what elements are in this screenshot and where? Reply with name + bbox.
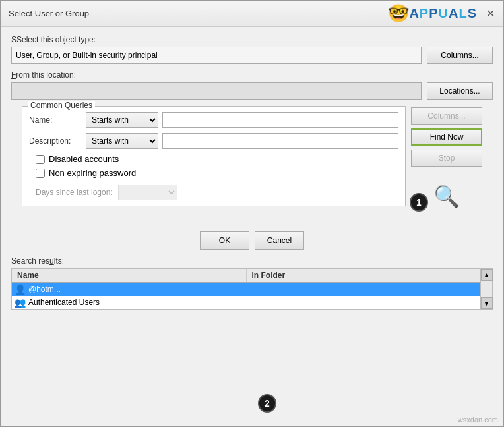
object-type-group: SSelect this object type: Columns... xyxy=(11,35,493,64)
locations-button[interactable]: Locations... xyxy=(427,82,493,100)
dialog-title: Select User or Group xyxy=(9,9,89,18)
location-group: From this location: Locations... xyxy=(11,71,493,100)
table-row[interactable]: 👤 @hotm... xyxy=(12,283,480,296)
results-table: Name In Folder 👤 @hotm... 👥 Authenticate… xyxy=(12,269,480,309)
close-button[interactable]: ✕ xyxy=(482,6,498,22)
scroll-up-button[interactable]: ▲ xyxy=(481,269,493,281)
group-icon: 👥 xyxy=(15,297,26,308)
object-type-input[interactable] xyxy=(11,47,422,64)
days-select[interactable] xyxy=(118,185,177,200)
search-results-label: Search results: xyxy=(11,256,493,266)
description-query-input[interactable] xyxy=(162,133,398,149)
days-label: Days since last logon: xyxy=(36,188,113,197)
badge-1: 1 xyxy=(410,193,428,212)
disabled-accounts-label: Disabled accounts xyxy=(49,154,119,164)
columns-button[interactable]: Columns... xyxy=(411,107,482,125)
location-input[interactable] xyxy=(11,82,422,100)
row-name-2: Authenticated Users xyxy=(28,298,253,307)
common-queries-box: Common Queries Name: Starts with Is exac… xyxy=(22,106,406,206)
folder-column-header: In Folder xyxy=(247,269,481,282)
name-query-label: Name: xyxy=(29,115,82,125)
disabled-accounts-row: Disabled accounts xyxy=(36,154,398,164)
location-row: Locations... xyxy=(11,82,493,100)
find-now-button[interactable]: Find Now xyxy=(411,128,482,146)
object-type-label: SSelect this object type: xyxy=(11,35,493,44)
non-expiring-row: Non expiring password xyxy=(36,168,398,178)
search-icon: 🔍 xyxy=(433,184,460,209)
object-types-button[interactable]: Columns... xyxy=(427,47,493,64)
title-bar-left: Select User or Group xyxy=(9,9,89,18)
ok-cancel-row: OK Cancel xyxy=(1,231,503,250)
badge-2: 2 xyxy=(258,394,276,413)
search-results-section: Search results: Name In Folder 👤 @hotm..… xyxy=(1,256,503,310)
non-expiring-label: Non expiring password xyxy=(49,168,136,178)
table-row[interactable]: 👥 Authenticated Users xyxy=(12,296,480,309)
location-label: From this location: xyxy=(11,71,493,80)
disabled-accounts-checkbox[interactable] xyxy=(36,155,45,164)
watermark: wsxdan.com xyxy=(458,416,498,424)
days-row: Days since last logon: xyxy=(36,185,398,200)
title-bar: Select User or Group 🤓 APPUALS ✕ xyxy=(1,1,503,27)
scrollbar[interactable]: ▲ ▼ xyxy=(480,269,492,309)
scroll-down-button[interactable]: ▼ xyxy=(481,297,493,309)
non-expiring-checkbox[interactable] xyxy=(36,169,45,178)
common-queries-legend: Common Queries xyxy=(28,101,95,110)
queries-box-wrapper: Common Queries Name: Starts with Is exac… xyxy=(22,106,406,213)
cancel-button[interactable]: Cancel xyxy=(255,231,304,250)
description-condition-select[interactable]: Starts with Is exactly xyxy=(86,133,158,149)
ok-button[interactable]: OK xyxy=(200,231,249,250)
appuals-logo: 🤓 APPUALS xyxy=(388,3,477,24)
results-header: Name In Folder xyxy=(12,269,480,283)
name-query-row: Name: Starts with Is exactly xyxy=(29,112,398,128)
description-query-label: Description: xyxy=(29,136,82,146)
name-column-header: Name xyxy=(12,269,247,282)
appuals-icon: 🤓 xyxy=(388,3,409,24)
dialog: Select User or Group 🤓 APPUALS ✕ SSelect… xyxy=(0,0,504,427)
dialog-body: SSelect this object type: Columns... Fro… xyxy=(1,27,503,225)
name-condition-select[interactable]: Starts with Is exactly xyxy=(86,112,158,128)
name-query-input[interactable] xyxy=(162,112,398,128)
user-icon: 👤 xyxy=(15,284,26,295)
row-name-1: @hotm... xyxy=(28,285,253,294)
description-query-row: Description: Starts with Is exactly xyxy=(29,133,398,149)
results-table-container: Name In Folder 👤 @hotm... 👥 Authenticate… xyxy=(11,268,493,310)
stop-button[interactable]: Stop xyxy=(411,150,482,167)
object-type-row: Columns... xyxy=(11,47,493,64)
appuals-text: APPUALS xyxy=(409,6,477,21)
